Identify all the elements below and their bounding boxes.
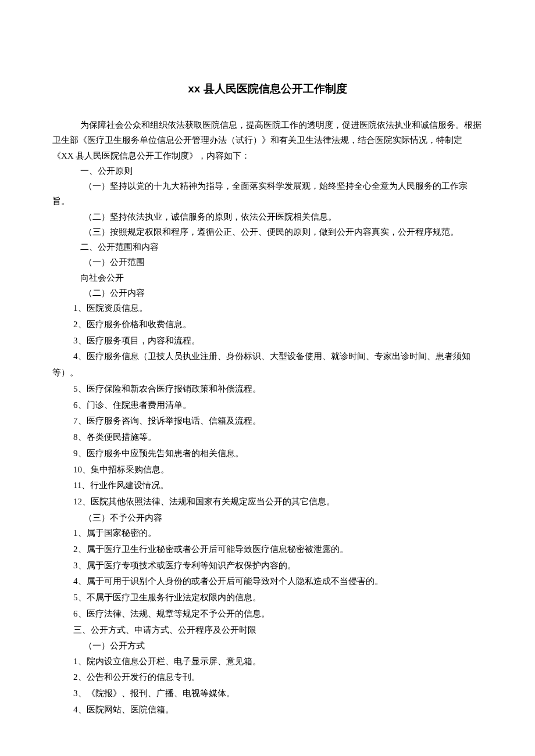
content-item-10: 10、集中招标采购信息。	[52, 462, 483, 478]
content-item-5: 5、医疗保险和新农合医疗报销政策和补偿流程。	[52, 381, 483, 397]
section-1-item-1: （一）坚持以党的十九大精神为指导，全面落实科学发展观，始终坚持全心全意为人民服务…	[52, 178, 483, 209]
section-1-heading: 一、公开原则	[52, 163, 483, 178]
method-item-3: 3、《院报》、报刊、广播、电视等媒体。	[52, 686, 483, 702]
content-item-7: 7、医疗服务咨询、投诉举报电话、信箱及流程。	[52, 413, 483, 429]
section-2-heading: 二、公开范围和内容	[52, 239, 483, 255]
section-2-sub-1: （一）公开范围	[52, 255, 483, 270]
section-1-item-2: （二）坚持依法执业，诚信服务的原则，依法公开医院相关信息。	[52, 209, 483, 224]
section-2-scope: 向社会公开	[52, 270, 483, 285]
content-item-3: 3、医疗服务项目，内容和流程。	[52, 333, 483, 349]
document-title: xx 县人民医院信息公开工作制度	[52, 81, 483, 96]
nondisclose-item-4: 4、属于可用于识别个人身份的或者公开后可能导致对个人隐私造成不当侵害的。	[52, 574, 483, 590]
content-item-2: 2、医疗服务价格和收费信息。	[52, 317, 483, 333]
section-3-sub-1: （一）公开方式	[52, 638, 483, 653]
method-item-4: 4、医院网站、医院信箱。	[52, 702, 483, 718]
nondisclose-item-1: 1、属于国家秘密的。	[52, 525, 483, 542]
nondisclose-item-5: 5、不属于医疗卫生服务行业法定权限内的信息。	[52, 590, 483, 606]
content-item-4: 4、医疗服务信息（卫技人员执业注册、身份标识、大型设备使用、就诊时间、专家出诊时…	[52, 349, 483, 381]
section-1-item-3: （三）按照规定权限和程序，遵循公正、公开、便民的原则，做到公开内容真实，公开程序…	[52, 224, 483, 239]
content-item-12: 12、医院其他依照法律、法规和国家有关规定应当公开的其它信息。	[52, 494, 483, 510]
content-item-8: 8、各类便民措施等。	[52, 429, 483, 446]
content-item-9: 9、医疗服务中应预先告知患者的相关信息。	[52, 446, 483, 462]
section-2-sub-3: （三）不予公开内容	[52, 510, 483, 525]
content-item-1: 1、医院资质信息。	[52, 300, 483, 317]
section-2-sub-2: （二）公开内容	[52, 285, 483, 300]
method-item-1: 1、院内设立信息公开栏、电子显示屏、意见箱。	[52, 654, 483, 670]
nondisclose-item-6: 6、医疗法律、法规、规章等规定不予公开的信息。	[52, 606, 483, 622]
content-item-11: 11、行业作风建设情况。	[52, 478, 483, 494]
content-item-6: 6、门诊、住院患者费用清单。	[52, 397, 483, 414]
nondisclose-item-3: 3、属于医疗专项技术或医疗专利等知识产权保护内容的。	[52, 558, 483, 574]
section-3-heading: 三、公开方式、申请方式、公开程序及公开时限	[52, 622, 483, 639]
method-item-2: 2、公告和公开发行的信息专刊。	[52, 669, 483, 686]
nondisclose-item-2: 2、属于医疗卫生行业秘密或者公开后可能导致医疗信息秘密被泄露的。	[52, 542, 483, 558]
intro-paragraph: 为保障社会公众和组织依法获取医院信息，提高医院工作的透明度，促进医院依法执业和诚…	[52, 117, 483, 163]
